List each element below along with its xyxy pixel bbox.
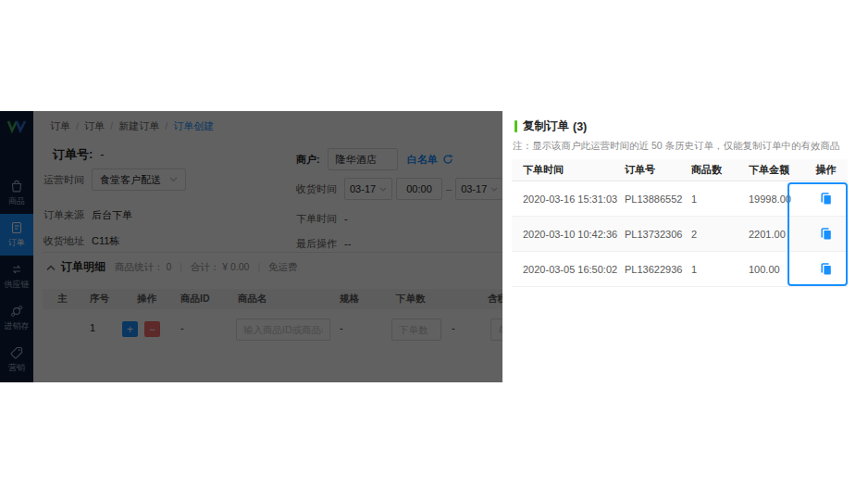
col-order-amount: 下单金额	[738, 163, 804, 177]
modal-dim-overlay	[0, 111, 502, 382]
order-time: 2020-03-05 16:50:02	[512, 264, 614, 275]
app-window: 商品 订单 供应链	[0, 111, 868, 382]
copy-order-panel: 复制订单 (3) 注：显示该商户此运营时间的近 50 条历史订单，仅能复制订单中…	[502, 111, 868, 382]
order-time: 2020-03-10 10:42:36	[512, 229, 614, 240]
order-no: PL13886552	[614, 193, 680, 205]
copy-icon	[820, 192, 833, 206]
col-order-no: 订单号	[614, 163, 680, 177]
copy-order-button[interactable]	[818, 225, 835, 243]
order-amount: 2201.00	[738, 229, 804, 240]
table-row: 2020-03-10 10:42:36 PL13732306 2 2201.00	[512, 217, 848, 252]
order-amount: 19998.00	[738, 193, 804, 205]
copy-table-header: 下单时间 订单号 商品数 下单金额 操作	[512, 159, 848, 181]
copy-order-button[interactable]	[818, 190, 835, 207]
product-count: 1	[680, 264, 738, 275]
copy-order-count: (3)	[573, 120, 587, 133]
col-order-time: 下单时间	[512, 163, 614, 177]
screenshot-stage: 商品 订单 供应链	[0, 0, 868, 499]
col-operation: 操作	[804, 163, 848, 177]
green-accent-bar	[515, 120, 517, 132]
product-count: 1	[680, 193, 738, 205]
col-product-count: 商品数	[680, 163, 738, 177]
copy-order-title: 复制订单	[523, 119, 569, 134]
copy-icon	[820, 227, 833, 241]
table-row: 2020-03-16 15:31:03 PL13886552 1 19998.0…	[512, 181, 848, 217]
copy-order-button[interactable]	[818, 260, 835, 278]
order-no: PL13622936	[614, 264, 680, 275]
product-count: 2	[680, 229, 738, 240]
copy-icon	[820, 262, 833, 276]
copy-order-table: 下单时间 订单号 商品数 下单金额 操作 2020-03-16 15:31:03…	[512, 159, 848, 287]
copy-order-note: 注：显示该商户此运营时间的近 50 条历史订单，仅能复制订单中的有效商品	[513, 140, 840, 153]
table-row: 2020-03-05 16:50:02 PL13622936 1 100.00	[512, 252, 848, 287]
order-amount: 100.00	[738, 264, 804, 275]
order-no: PL13732306	[614, 229, 680, 240]
app-left-region: 商品 订单 供应链	[0, 111, 502, 382]
order-time: 2020-03-16 15:31:03	[512, 193, 614, 205]
copy-order-title-row: 复制订单 (3)	[515, 119, 587, 134]
